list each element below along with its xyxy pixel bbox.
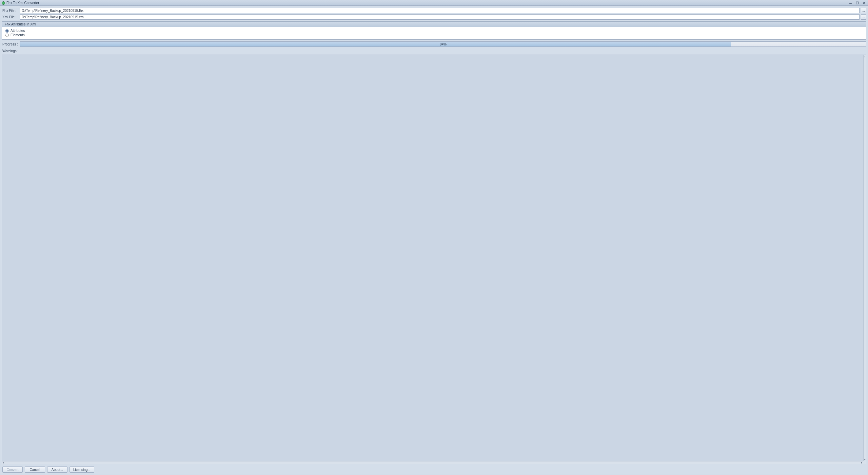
main-window: Fhx To Xml Converter Fhx File : ... Xml … — [0, 0, 868, 475]
scroll-down-icon[interactable]: ▾ — [864, 458, 866, 461]
svg-rect-1 — [856, 2, 859, 4]
group-header: Fhx Attributes In Xml — [2, 22, 866, 27]
scroll-right-icon[interactable]: ▸ — [861, 461, 863, 464]
scroll-left-icon[interactable]: ◂ — [3, 461, 4, 464]
xml-file-label: Xml File : — [2, 15, 19, 19]
scroll-up-icon[interactable]: ▴ — [864, 55, 866, 58]
fhx-file-input[interactable] — [20, 8, 860, 13]
warnings-area[interactable]: ▴ ▾ ◂ ▸ — [2, 55, 866, 464]
elements-radio-label: Elements — [11, 33, 25, 37]
warnings-label: Warnings : — [2, 49, 866, 53]
fhx-browse-button[interactable]: ... — [861, 8, 866, 13]
progress-bar: 84% — [20, 41, 866, 47]
attributes-radio-row[interactable]: Attributes — [5, 29, 863, 33]
minimize-icon[interactable] — [848, 1, 853, 5]
attributes-radio-label: Attributes — [11, 29, 25, 33]
vertical-scrollbar[interactable]: ▴ ▾ — [863, 55, 866, 461]
elements-radio-row[interactable]: Elements — [5, 33, 863, 37]
licensing-button[interactable]: Licensing... — [70, 467, 94, 473]
progress-label: Progress : — [2, 42, 19, 46]
progress-row: Progress : 84% — [2, 41, 866, 47]
attributes-radio[interactable] — [5, 29, 9, 33]
close-icon[interactable] — [862, 1, 866, 5]
convert-button: Convert — [2, 467, 23, 473]
progress-text: 84% — [440, 42, 447, 46]
elements-radio[interactable] — [5, 34, 9, 37]
about-button[interactable]: About... — [47, 467, 67, 473]
horizontal-scrollbar[interactable]: ◂ ▸ — [2, 461, 863, 464]
cancel-button[interactable]: Cancel — [25, 467, 45, 473]
scroll-corner — [863, 461, 866, 464]
xml-browse-button[interactable]: ... — [861, 14, 866, 20]
fhx-attributes-group: Fhx Attributes In Xml Attributes Element… — [2, 21, 866, 40]
fhx-file-label: Fhx File : — [2, 9, 19, 13]
titlebar: Fhx To Xml Converter — [0, 0, 868, 6]
maximize-icon[interactable] — [855, 1, 860, 5]
app-icon — [2, 1, 5, 5]
svg-rect-0 — [849, 3, 852, 4]
fhx-file-row: Fhx File : ... — [2, 8, 866, 13]
xml-file-row: Xml File : ... — [2, 14, 866, 20]
progress-fill — [20, 42, 731, 46]
button-row: Convert Cancel About... Licensing... — [2, 465, 866, 473]
xml-file-input[interactable] — [20, 14, 860, 20]
content-area: Fhx File : ... Xml File : ... Fhx Attrib… — [0, 6, 868, 475]
window-title: Fhx To Xml Converter — [6, 1, 39, 5]
